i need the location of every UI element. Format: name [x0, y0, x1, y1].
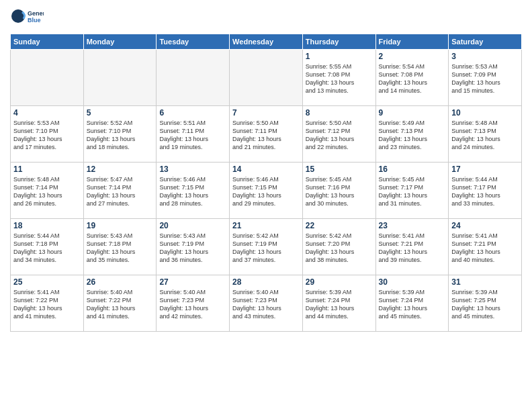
weekday-header-wednesday: Wednesday	[230, 34, 303, 50]
day-info: Sunrise: 5:43 AM Sunset: 7:18 PM Dayligh…	[87, 232, 154, 265]
calendar-cell: 17Sunrise: 5:44 AM Sunset: 7:17 PM Dayli…	[449, 163, 522, 219]
calendar-cell: 11Sunrise: 5:48 AM Sunset: 7:14 PM Dayli…	[11, 163, 84, 219]
day-info: Sunrise: 5:54 AM Sunset: 7:08 PM Dayligh…	[379, 62, 446, 95]
day-info: Sunrise: 5:42 AM Sunset: 7:20 PM Dayligh…	[306, 232, 373, 265]
calendar-cell: 1Sunrise: 5:55 AM Sunset: 7:08 PM Daylig…	[302, 50, 375, 106]
calendar-cell: 24Sunrise: 5:41 AM Sunset: 7:21 PM Dayli…	[449, 219, 522, 275]
day-number: 24	[451, 221, 519, 230]
header: GeneralBlue	[10, 7, 522, 28]
calendar-cell: 13Sunrise: 5:46 AM Sunset: 7:15 PM Dayli…	[157, 163, 230, 219]
day-info: Sunrise: 5:39 AM Sunset: 7:24 PM Dayligh…	[306, 288, 373, 321]
day-number: 3	[451, 52, 519, 61]
calendar-cell: 18Sunrise: 5:44 AM Sunset: 7:18 PM Dayli…	[11, 219, 84, 275]
day-info: Sunrise: 5:40 AM Sunset: 7:23 PM Dayligh…	[159, 288, 226, 321]
day-number: 19	[87, 221, 154, 230]
calendar-cell: 5Sunrise: 5:52 AM Sunset: 7:10 PM Daylig…	[83, 106, 157, 163]
day-number: 9	[379, 108, 446, 118]
day-number: 22	[306, 221, 373, 230]
page: GeneralBlue SundayMondayTuesdayWednesday…	[0, 0, 532, 411]
day-number: 16	[379, 165, 446, 174]
day-info: Sunrise: 5:44 AM Sunset: 7:18 PM Dayligh…	[13, 232, 81, 265]
day-number: 5	[87, 108, 154, 118]
day-info: Sunrise: 5:47 AM Sunset: 7:14 PM Dayligh…	[87, 175, 154, 208]
calendar-cell: 15Sunrise: 5:45 AM Sunset: 7:16 PM Dayli…	[302, 163, 375, 219]
day-info: Sunrise: 5:41 AM Sunset: 7:21 PM Dayligh…	[451, 232, 519, 265]
day-number: 26	[87, 277, 154, 287]
logo: GeneralBlue	[10, 7, 44, 28]
calendar-cell: 27Sunrise: 5:40 AM Sunset: 7:23 PM Dayli…	[157, 275, 230, 332]
day-info: Sunrise: 5:53 AM Sunset: 7:09 PM Dayligh…	[451, 62, 519, 95]
svg-text:General: General	[28, 10, 44, 17]
day-number: 31	[451, 277, 519, 287]
calendar-cell: 9Sunrise: 5:49 AM Sunset: 7:13 PM Daylig…	[375, 106, 449, 163]
day-number: 2	[379, 52, 446, 61]
day-number: 18	[13, 221, 81, 230]
calendar-cell: 25Sunrise: 5:41 AM Sunset: 7:22 PM Dayli…	[11, 275, 84, 332]
day-info: Sunrise: 5:46 AM Sunset: 7:15 PM Dayligh…	[232, 175, 300, 208]
day-info: Sunrise: 5:55 AM Sunset: 7:08 PM Dayligh…	[306, 62, 373, 95]
day-number: 14	[232, 165, 300, 174]
day-info: Sunrise: 5:40 AM Sunset: 7:22 PM Dayligh…	[87, 288, 154, 321]
weekday-header-friday: Friday	[375, 34, 449, 50]
day-info: Sunrise: 5:40 AM Sunset: 7:23 PM Dayligh…	[232, 288, 300, 321]
day-info: Sunrise: 5:45 AM Sunset: 7:17 PM Dayligh…	[379, 175, 446, 208]
calendar-cell: 4Sunrise: 5:53 AM Sunset: 7:10 PM Daylig…	[11, 106, 84, 163]
day-number: 27	[159, 277, 226, 287]
day-number: 21	[232, 221, 300, 230]
day-number: 6	[159, 108, 226, 118]
calendar-cell: 12Sunrise: 5:47 AM Sunset: 7:14 PM Dayli…	[83, 163, 157, 219]
day-number: 1	[306, 52, 373, 61]
day-info: Sunrise: 5:45 AM Sunset: 7:16 PM Dayligh…	[306, 175, 373, 208]
weekday-header-saturday: Saturday	[449, 34, 522, 50]
calendar-cell: 23Sunrise: 5:41 AM Sunset: 7:21 PM Dayli…	[375, 219, 449, 275]
calendar-week-4: 25Sunrise: 5:41 AM Sunset: 7:22 PM Dayli…	[11, 275, 522, 332]
calendar-cell: 7Sunrise: 5:50 AM Sunset: 7:11 PM Daylig…	[230, 106, 303, 163]
calendar-cell	[157, 50, 230, 106]
day-info: Sunrise: 5:50 AM Sunset: 7:11 PM Dayligh…	[232, 119, 300, 152]
day-number: 20	[159, 221, 226, 230]
day-number: 23	[379, 221, 446, 230]
calendar-cell: 16Sunrise: 5:45 AM Sunset: 7:17 PM Dayli…	[375, 163, 449, 219]
calendar-cell	[11, 50, 84, 106]
day-info: Sunrise: 5:52 AM Sunset: 7:10 PM Dayligh…	[87, 119, 154, 152]
day-info: Sunrise: 5:48 AM Sunset: 7:13 PM Dayligh…	[451, 119, 519, 152]
calendar-cell: 10Sunrise: 5:48 AM Sunset: 7:13 PM Dayli…	[449, 106, 522, 163]
day-info: Sunrise: 5:48 AM Sunset: 7:14 PM Dayligh…	[13, 175, 81, 208]
calendar-cell: 28Sunrise: 5:40 AM Sunset: 7:23 PM Dayli…	[230, 275, 303, 332]
calendar-cell: 19Sunrise: 5:43 AM Sunset: 7:18 PM Dayli…	[83, 219, 157, 275]
calendar-cell: 21Sunrise: 5:42 AM Sunset: 7:19 PM Dayli…	[230, 219, 303, 275]
calendar-cell: 20Sunrise: 5:43 AM Sunset: 7:19 PM Dayli…	[157, 219, 230, 275]
calendar-cell: 2Sunrise: 5:54 AM Sunset: 7:08 PM Daylig…	[375, 50, 449, 106]
calendar-cell: 14Sunrise: 5:46 AM Sunset: 7:15 PM Dayli…	[230, 163, 303, 219]
calendar-cell: 8Sunrise: 5:50 AM Sunset: 7:12 PM Daylig…	[302, 106, 375, 163]
weekday-header-thursday: Thursday	[302, 34, 375, 50]
day-number: 8	[306, 108, 373, 118]
day-info: Sunrise: 5:53 AM Sunset: 7:10 PM Dayligh…	[13, 119, 81, 152]
calendar-cell: 31Sunrise: 5:39 AM Sunset: 7:25 PM Dayli…	[449, 275, 522, 332]
day-number: 11	[13, 165, 81, 174]
calendar-week-2: 11Sunrise: 5:48 AM Sunset: 7:14 PM Dayli…	[11, 163, 522, 219]
day-number: 12	[87, 165, 154, 174]
day-info: Sunrise: 5:42 AM Sunset: 7:19 PM Dayligh…	[232, 232, 300, 265]
weekday-header-monday: Monday	[83, 34, 157, 50]
day-number: 7	[232, 108, 300, 118]
day-info: Sunrise: 5:41 AM Sunset: 7:21 PM Dayligh…	[379, 232, 446, 265]
weekday-header-sunday: Sunday	[11, 34, 84, 50]
day-info: Sunrise: 5:50 AM Sunset: 7:12 PM Dayligh…	[306, 119, 373, 152]
day-number: 28	[232, 277, 300, 287]
calendar-cell: 29Sunrise: 5:39 AM Sunset: 7:24 PM Dayli…	[302, 275, 375, 332]
day-number: 15	[306, 165, 373, 174]
day-number: 13	[159, 165, 226, 174]
day-number: 17	[451, 165, 519, 174]
calendar-cell: 26Sunrise: 5:40 AM Sunset: 7:22 PM Dayli…	[83, 275, 157, 332]
day-info: Sunrise: 5:39 AM Sunset: 7:25 PM Dayligh…	[451, 288, 519, 321]
weekday-header-tuesday: Tuesday	[157, 34, 230, 50]
calendar-cell: 6Sunrise: 5:51 AM Sunset: 7:11 PM Daylig…	[157, 106, 230, 163]
weekday-header-row: SundayMondayTuesdayWednesdayThursdayFrid…	[11, 34, 522, 50]
calendar-cell: 3Sunrise: 5:53 AM Sunset: 7:09 PM Daylig…	[449, 50, 522, 106]
day-number: 25	[13, 277, 81, 287]
day-info: Sunrise: 5:43 AM Sunset: 7:19 PM Dayligh…	[159, 232, 226, 265]
calendar-cell: 30Sunrise: 5:39 AM Sunset: 7:24 PM Dayli…	[375, 275, 449, 332]
day-number: 29	[306, 277, 373, 287]
calendar-table: SundayMondayTuesdayWednesdayThursdayFrid…	[10, 34, 522, 332]
